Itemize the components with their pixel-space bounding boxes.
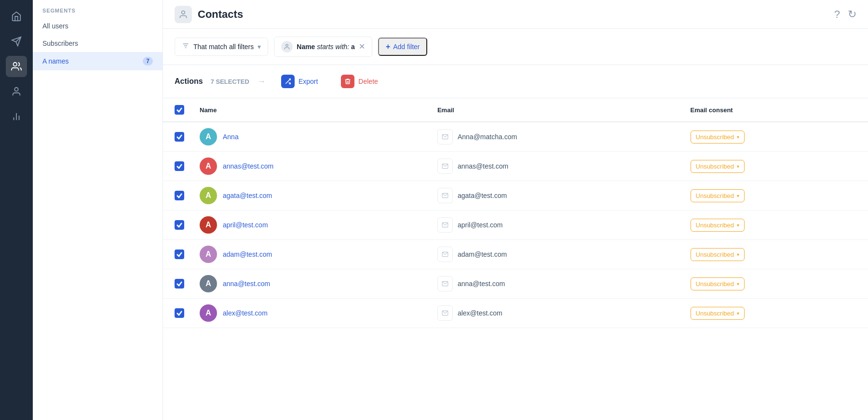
contact-link[interactable]: Anna: [223, 133, 239, 141]
consent-chevron: ▾: [737, 164, 739, 169]
col-email: Email: [430, 98, 683, 122]
table-row: A april@test.com april@test.com Unsubscr…: [163, 210, 868, 240]
main-content: Contacts ? ↻ That match all filters ▾ Na…: [163, 0, 868, 420]
help-icon[interactable]: ?: [834, 8, 840, 21]
avatar: A: [200, 216, 217, 234]
table-row: A agata@test.com agata@test.com Unsubscr…: [163, 181, 868, 210]
delete-icon: [341, 75, 354, 88]
email-value: agata@test.com: [458, 192, 507, 199]
contact-name-cell: A anna@test.com: [200, 275, 422, 292]
actions-count: 7 SELECTED: [211, 78, 249, 85]
consent-badge[interactable]: Unsubscribed ▾: [691, 219, 745, 232]
filter-match-dropdown-icon: ▾: [258, 43, 261, 51]
email-cell: Anna@matcha.com: [437, 129, 675, 144]
email-icon[interactable]: [437, 188, 453, 203]
svg-point-2: [14, 63, 17, 66]
filter-bar: That match all filters ▾ Name starts wit…: [163, 29, 868, 65]
selected-label: SELECTED: [216, 78, 249, 85]
email-icon[interactable]: [437, 158, 453, 174]
export-label: Export: [298, 78, 318, 85]
consent-badge[interactable]: Unsubscribed ▾: [691, 160, 745, 173]
row-checkbox[interactable]: [175, 220, 184, 230]
svg-point-11: [286, 44, 288, 47]
nav-home[interactable]: [6, 6, 27, 27]
consent-badge[interactable]: Unsubscribed ▾: [691, 189, 745, 202]
consent-badge[interactable]: Unsubscribed ▾: [691, 277, 745, 290]
row-checkbox[interactable]: [175, 249, 184, 259]
add-filter-button[interactable]: + Add filter: [378, 38, 428, 56]
email-cell: anna@test.com: [437, 276, 675, 291]
filter-icon: [182, 42, 190, 52]
contact-link[interactable]: anna@test.com: [223, 280, 270, 288]
row-checkbox[interactable]: [175, 161, 184, 171]
icon-nav: [0, 0, 33, 420]
sidebar-item-all-users[interactable]: All users: [33, 17, 163, 35]
sidebar-item-subscribers[interactable]: Subscribers: [33, 35, 163, 52]
email-icon[interactable]: [437, 217, 453, 233]
nav-analytics[interactable]: [6, 106, 27, 127]
contact-link[interactable]: alex@test.com: [223, 309, 268, 317]
contacts-header-icon: [175, 6, 192, 23]
email-cell: annas@test.com: [437, 158, 675, 174]
email-icon[interactable]: [437, 247, 453, 262]
segments-section-label: SEGMENTS: [33, 8, 163, 17]
consent-badge[interactable]: Unsubscribed ▾: [691, 131, 745, 144]
sidebar-item-label-a-names: A names: [42, 57, 68, 65]
consent-badge[interactable]: Unsubscribed ▾: [691, 307, 745, 320]
nav-contacts-2[interactable]: [6, 81, 27, 102]
row-checkbox[interactable]: [175, 191, 184, 200]
nav-campaigns[interactable]: [6, 31, 27, 52]
filter-chip-prefix: Name: [297, 43, 315, 51]
contact-name-cell: A agata@test.com: [200, 187, 422, 204]
delete-button[interactable]: Delete: [333, 71, 385, 92]
email-icon[interactable]: [437, 276, 453, 291]
row-checkbox[interactable]: [175, 132, 184, 142]
avatar: A: [200, 128, 217, 145]
actions-arrow-icon: →: [257, 77, 266, 87]
a-names-badge: 7: [143, 57, 153, 66]
contact-name-cell: A adam@test.com: [200, 246, 422, 263]
filter-chip-text: Name starts with: a: [297, 43, 355, 51]
contact-link[interactable]: april@test.com: [223, 221, 268, 229]
avatar: A: [200, 158, 217, 175]
contact-link[interactable]: agata@test.com: [223, 192, 272, 199]
refresh-icon[interactable]: ↻: [848, 8, 856, 21]
email-icon[interactable]: [437, 129, 453, 144]
page-title-area: Contacts: [175, 6, 243, 23]
col-consent: Email consent: [683, 98, 868, 122]
filter-chip-close[interactable]: ✕: [359, 43, 365, 51]
avatar: A: [200, 187, 217, 204]
page-title: Contacts: [198, 8, 243, 21]
consent-chevron: ▾: [737, 252, 739, 257]
export-button[interactable]: Export: [273, 71, 326, 92]
table-row: A annas@test.com annas@test.com Unsubscr…: [163, 152, 868, 181]
sidebar: SEGMENTS All users Subscribers A names 7: [33, 0, 163, 420]
contact-link[interactable]: adam@test.com: [223, 250, 272, 258]
email-icon[interactable]: [437, 305, 453, 321]
delete-label: Delete: [358, 78, 378, 85]
svg-point-7: [182, 11, 185, 14]
row-checkbox[interactable]: [175, 279, 184, 289]
table-row: A anna@test.com anna@test.com Unsubscrib…: [163, 269, 868, 299]
sidebar-item-label-all-users: All users: [42, 22, 68, 30]
sidebar-item-label-subscribers: Subscribers: [42, 39, 78, 47]
email-value: april@test.com: [458, 221, 503, 229]
add-filter-label: Add filter: [393, 43, 420, 51]
filter-chip: Name starts with: a ✕: [274, 37, 372, 57]
actions-label: Actions: [175, 77, 203, 86]
top-bar: Contacts ? ↻: [163, 0, 868, 29]
top-bar-actions: ? ↻: [834, 8, 856, 21]
email-value: alex@test.com: [458, 309, 502, 317]
nav-contacts[interactable]: [6, 56, 27, 77]
filter-match-button[interactable]: That match all filters ▾: [175, 38, 268, 56]
selected-count: 7: [211, 78, 214, 85]
consent-chevron: ▾: [737, 223, 739, 228]
contact-link[interactable]: annas@test.com: [223, 162, 273, 170]
row-checkbox[interactable]: [175, 308, 184, 318]
chip-contact-icon: [281, 41, 293, 52]
consent-chevron: ▾: [737, 193, 739, 198]
select-all-checkbox[interactable]: [175, 105, 184, 115]
sidebar-item-a-names[interactable]: A names 7: [33, 52, 163, 70]
email-cell: agata@test.com: [437, 188, 675, 203]
consent-badge[interactable]: Unsubscribed ▾: [691, 248, 745, 261]
